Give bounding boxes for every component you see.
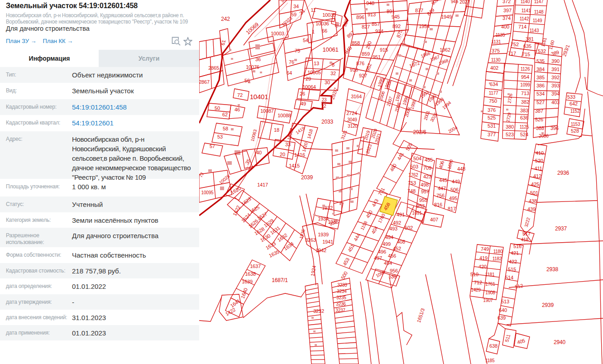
svg-text:3049: 3049	[347, 117, 357, 122]
svg-text:23: 23	[322, 97, 327, 102]
svg-text:1624: 1624	[240, 212, 252, 224]
svg-text:425: 425	[531, 182, 539, 187]
svg-text:497: 497	[374, 255, 382, 261]
svg-text:402: 402	[490, 65, 498, 71]
svg-text:1962: 1962	[440, 47, 450, 53]
svg-text:527: 527	[536, 100, 545, 105]
svg-text:1761: 1761	[485, 282, 495, 287]
svg-text:816: 816	[434, 202, 442, 207]
svg-text:1687/1: 1687/1	[272, 277, 288, 283]
svg-text:1625: 1625	[249, 204, 261, 214]
svg-text:32: 32	[330, 71, 336, 76]
svg-text:1630: 1630	[259, 233, 272, 243]
svg-text:859: 859	[362, 51, 370, 57]
svg-text:534: 534	[536, 91, 545, 96]
svg-text:2867: 2867	[199, 79, 210, 85]
svg-text:1135: 1135	[496, 33, 505, 38]
svg-text:293/1: 293/1	[561, 44, 570, 57]
svg-text:752: 752	[511, 42, 519, 47]
svg-text:49: 49	[301, 101, 306, 106]
svg-text:1099: 1099	[520, 82, 530, 87]
svg-text:849: 849	[426, 7, 436, 17]
svg-text:57: 57	[210, 144, 215, 149]
svg-text:3235: 3235	[336, 295, 346, 300]
svg-text:750: 750	[489, 98, 497, 104]
svg-text:292/6: 292/6	[413, 129, 426, 135]
svg-text:18: 18	[274, 127, 279, 133]
svg-text:948: 948	[366, 0, 374, 6]
svg-text:1638: 1638	[245, 271, 256, 277]
svg-text:636: 636	[520, 115, 528, 120]
svg-text:525: 525	[488, 115, 496, 120]
svg-text:3237: 3237	[335, 308, 345, 313]
svg-text:642: 642	[570, 101, 578, 106]
svg-text:1942: 1942	[316, 248, 326, 253]
svg-text:61: 61	[220, 39, 226, 46]
svg-text:3121: 3121	[340, 129, 348, 140]
svg-text:439: 439	[527, 206, 536, 212]
svg-text:640: 640	[499, 307, 507, 313]
svg-text:753: 753	[408, 180, 416, 186]
svg-text:954: 954	[521, 74, 529, 80]
svg-text:10035: 10035	[322, 12, 336, 18]
svg-text:496: 496	[378, 249, 386, 254]
svg-text:1180: 1180	[493, 249, 503, 254]
svg-text:1158: 1158	[359, 220, 368, 231]
svg-text:376: 376	[488, 107, 496, 113]
svg-text:407: 407	[430, 217, 438, 222]
svg-text:454: 454	[384, 260, 392, 266]
svg-text:1908: 1908	[485, 290, 495, 295]
svg-text:494: 494	[385, 235, 393, 240]
svg-text:502: 502	[405, 225, 413, 230]
svg-text:2004: 2004	[447, 125, 459, 134]
svg-text:34: 34	[298, 8, 306, 16]
svg-text:29: 29	[306, 76, 311, 81]
svg-text:10064: 10064	[302, 84, 316, 90]
svg-text:403: 403	[551, 100, 560, 105]
svg-text:709: 709	[423, 165, 431, 171]
svg-text:1181: 1181	[485, 272, 495, 277]
svg-text:68: 68	[334, 21, 340, 28]
svg-text:756: 756	[436, 193, 445, 198]
svg-text:438: 438	[529, 198, 537, 204]
svg-text:386: 386	[536, 83, 545, 88]
svg-text:1622: 1622	[232, 205, 241, 217]
svg-text:422: 422	[509, 259, 517, 264]
svg-text:528: 528	[571, 128, 579, 134]
svg-text:1634: 1634	[283, 241, 295, 251]
svg-text:10003: 10003	[271, 31, 284, 36]
svg-text:876: 876	[356, 61, 364, 66]
svg-text:46: 46	[234, 107, 240, 112]
svg-text:520: 520	[535, 158, 543, 163]
svg-text:2039: 2039	[301, 174, 313, 181]
svg-text:515: 515	[508, 267, 516, 272]
svg-text:3234: 3234	[337, 289, 347, 294]
svg-text:10063: 10063	[250, 129, 258, 142]
svg-text:2033: 2033	[321, 119, 333, 125]
svg-text:382: 382	[521, 99, 529, 105]
svg-text:423: 423	[423, 174, 431, 179]
svg-text:1417: 1417	[257, 182, 268, 187]
svg-text:915: 915	[380, 47, 388, 53]
svg-text:394: 394	[551, 91, 560, 96]
svg-text:511: 511	[504, 334, 511, 343]
svg-text:420: 420	[479, 264, 487, 269]
svg-text:1935: 1935	[328, 219, 339, 225]
svg-text:383: 383	[520, 108, 528, 113]
svg-text:857: 857	[372, 21, 380, 27]
svg-text:953: 953	[416, 203, 425, 209]
svg-text:290: 290	[365, 40, 373, 50]
svg-text:390: 390	[551, 58, 560, 64]
svg-text:10095: 10095	[201, 190, 214, 195]
svg-text:1177: 1177	[489, 91, 498, 96]
svg-text:501: 501	[530, 190, 538, 196]
svg-text:712: 712	[474, 280, 482, 285]
svg-text:381: 381	[526, 36, 534, 42]
svg-text:1149: 1149	[533, 18, 542, 23]
svg-text:26: 26	[300, 91, 305, 96]
svg-text:3120: 3120	[348, 124, 358, 129]
svg-text:3263: 3263	[305, 237, 316, 243]
svg-text:75: 75	[295, 48, 300, 53]
svg-text:387: 387	[535, 108, 543, 114]
svg-text:421: 421	[511, 250, 519, 256]
